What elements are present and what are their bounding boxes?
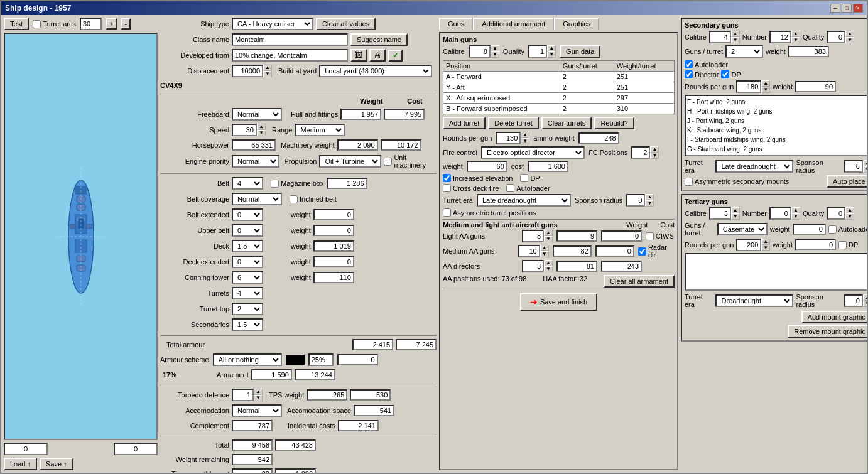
increased-elevation-check[interactable]: Increased elevation (443, 174, 513, 182)
tab-guns[interactable]: Guns (439, 18, 473, 30)
speed-down[interactable]: ▼ (257, 130, 266, 136)
turret-arcs-input[interactable] (80, 18, 102, 30)
ciws-checkbox[interactable] (646, 232, 654, 240)
sec-turret-era-select[interactable]: Late dreadnought (715, 160, 793, 173)
medium-aa-up[interactable]: ▲ (540, 245, 549, 251)
ter-guns-turret-select[interactable]: Casemate (717, 223, 768, 235)
turret-arcs-plus[interactable]: + (106, 18, 117, 30)
deck-select[interactable]: 1.5 (232, 240, 263, 252)
turrets-select[interactable]: 4 (232, 287, 263, 299)
secondaries-select[interactable]: 1.5 (232, 318, 263, 331)
speed-input[interactable] (232, 124, 257, 136)
build-yard-select[interactable]: Local yard (48 000) (319, 65, 432, 77)
sec-asymmetric-check[interactable]: Asymmetric secondary mounts (685, 178, 789, 186)
belt-extended-select[interactable]: 0 (232, 208, 263, 221)
ter-sponson-down[interactable]: ▼ (863, 301, 867, 307)
ciws-check[interactable]: CIWS (646, 232, 674, 240)
developed-from-input[interactable] (232, 49, 348, 62)
minimize-button[interactable]: ─ (830, 4, 840, 13)
ter-num-down[interactable]: ▼ (791, 213, 800, 220)
ter-rounds-input[interactable] (736, 239, 761, 251)
table-row[interactable]: Y - Aft 2 251 (443, 82, 675, 93)
armour-percent-input[interactable] (308, 353, 334, 366)
belt-select[interactable]: 4 (232, 177, 263, 190)
test-button[interactable]: Test (4, 18, 29, 30)
clear-turrets-button[interactable]: Clear turrets (541, 117, 592, 129)
upper-belt-select[interactable]: 0 (232, 224, 263, 237)
ter-qual-down[interactable]: ▼ (845, 213, 854, 220)
save-button[interactable]: Save ↑ (40, 458, 73, 470)
calibre-input[interactable] (469, 45, 491, 58)
asymmetric-check[interactable]: Asymmetric turret positions (443, 208, 675, 217)
ter-dp-check[interactable]: DP (838, 241, 858, 249)
sec-qual-up[interactable]: ▲ (845, 31, 854, 37)
conning-tower-select[interactable]: 6 (232, 271, 263, 284)
accommodation-select[interactable]: Normal (232, 404, 282, 417)
unit-machinery-check[interactable]: Unit machinery (384, 154, 437, 169)
ter-turret-era-select[interactable]: Dreadnought (715, 294, 793, 307)
add-mount-button[interactable]: Add mount graphic (801, 311, 867, 323)
sec-num-down[interactable]: ▼ (791, 37, 800, 43)
gun-data-button[interactable]: Gun data (560, 45, 600, 58)
tab-graphics[interactable]: Graphics (554, 18, 599, 30)
sec-asymmetric-checkbox[interactable] (685, 178, 693, 186)
rounds-up[interactable]: ▲ (521, 132, 529, 138)
asymmetric-checkbox[interactable] (443, 208, 451, 217)
radar-dir-check[interactable]: Radar dir (638, 244, 675, 259)
inclined-belt-check[interactable]: Inclined belt (290, 195, 337, 203)
sec-dp-checkbox[interactable] (721, 70, 729, 78)
sponson-up[interactable]: ▲ (645, 194, 654, 200)
add-turret-button[interactable]: Add turret (443, 117, 486, 129)
rounds-down[interactable]: ▼ (521, 138, 529, 144)
fire-control-select[interactable]: Electro optical director (481, 146, 585, 159)
sec-sponson-input[interactable] (844, 160, 863, 173)
sec-rounds-input[interactable] (736, 80, 761, 93)
sec-autoloader-checkbox[interactable] (685, 60, 693, 68)
deck-extended-select[interactable]: 0 (232, 256, 263, 268)
dp-check[interactable]: DP (520, 174, 540, 182)
ter-quality-input[interactable] (827, 207, 845, 220)
table-row[interactable]: B - Forward superimposed 2 310 (443, 104, 675, 114)
sec-cal-down[interactable]: ▼ (731, 37, 740, 43)
ship-type-select[interactable]: CA - Heavy cruiser (232, 18, 313, 30)
sec-director-checkbox[interactable] (685, 70, 693, 78)
fc-up[interactable]: ▲ (650, 146, 659, 153)
ter-number-input[interactable] (769, 207, 791, 220)
autoloader-checkbox[interactable] (506, 184, 514, 192)
armour-scheme-select[interactable]: All or nothing (213, 353, 282, 366)
ter-dp-checkbox[interactable] (838, 241, 847, 249)
medium-aa-input[interactable] (518, 245, 540, 257)
propulsion-select[interactable]: Oil + Turbine (319, 155, 381, 168)
ter-qual-up[interactable]: ▲ (845, 207, 854, 213)
developed-confirm[interactable]: ✓ (388, 50, 403, 62)
ter-autoloader-check[interactable]: Autoloader (828, 225, 867, 234)
sec-number-input[interactable] (769, 31, 791, 43)
rounds-input[interactable] (496, 132, 521, 144)
sponson-down[interactable]: ▼ (645, 200, 654, 207)
displacement-up[interactable]: ▲ (263, 65, 272, 71)
fc-down[interactable]: ▼ (650, 153, 659, 159)
sec-rounds-up[interactable]: ▲ (761, 80, 770, 87)
ter-sponson-up[interactable]: ▲ (863, 294, 867, 301)
inclined-belt-checkbox[interactable] (290, 195, 298, 203)
turret-top-select[interactable]: 2 (232, 303, 263, 315)
light-aa-input[interactable] (522, 230, 544, 242)
tab-additional-armament[interactable]: Additional armament (473, 18, 554, 30)
ter-autoloader-checkbox[interactable] (828, 225, 837, 234)
medium-aa-down[interactable]: ▼ (540, 251, 549, 257)
aa-dir-up[interactable]: ▲ (544, 260, 553, 266)
light-aa-up[interactable]: ▲ (544, 230, 553, 236)
ter-rounds-down[interactable]: ▼ (761, 245, 770, 251)
ter-rounds-up[interactable]: ▲ (761, 239, 770, 245)
sec-autoloader-check[interactable]: Autoloader (685, 60, 728, 68)
unit-machinery-checkbox[interactable] (384, 158, 392, 166)
increased-elevation-checkbox[interactable] (443, 174, 451, 182)
torpedo-up[interactable]: ▲ (254, 389, 263, 395)
sec-qual-down[interactable]: ▼ (845, 37, 854, 43)
sec-rounds-down[interactable]: ▼ (761, 87, 770, 93)
ter-num-up[interactable]: ▲ (791, 207, 800, 213)
save-finish-button[interactable]: ➔ Save and finish (520, 293, 597, 311)
speed-up[interactable]: ▲ (257, 124, 266, 130)
ter-sponson-input[interactable] (844, 294, 863, 307)
displacement-down[interactable]: ▼ (263, 71, 272, 77)
